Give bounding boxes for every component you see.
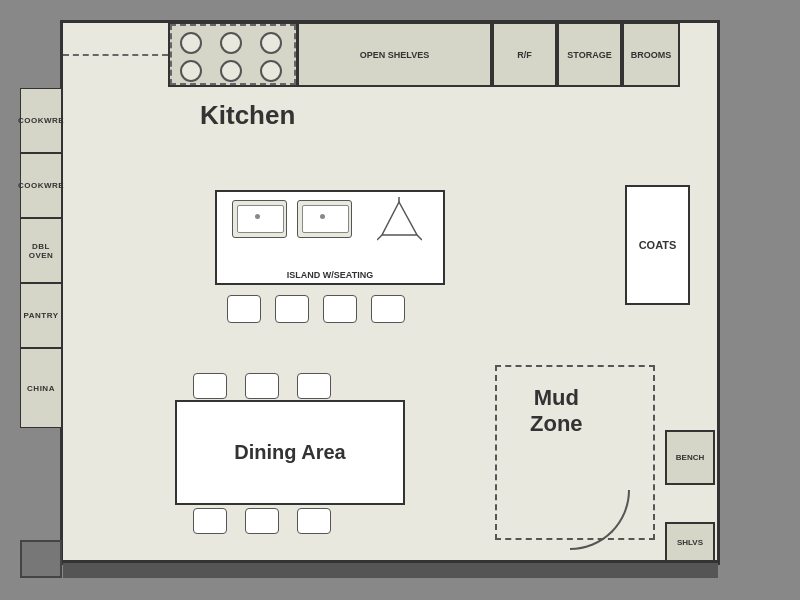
rf-cabinet: R/F	[492, 22, 557, 87]
shelves: SHLVS	[665, 522, 715, 562]
dining-chair-top-1	[193, 373, 227, 399]
dining-chair-top-2	[245, 373, 279, 399]
dining-label: Dining Area	[234, 441, 346, 464]
stool-1	[227, 295, 261, 323]
dining-chair-bot-3	[297, 508, 331, 534]
burner-6	[260, 60, 282, 82]
kitchen-island: ISLAND W/SEATING	[215, 190, 445, 285]
bottom-wall	[63, 560, 718, 578]
burner-2	[220, 32, 242, 54]
svg-marker-0	[382, 202, 417, 235]
cabinet-china: CHINA	[20, 348, 62, 428]
stool-4	[371, 295, 405, 323]
cabinet-dbl-oven: DBL OVEN	[20, 218, 62, 283]
island-label: ISLAND W/SEATING	[217, 270, 443, 280]
dining-chair-bot-2	[245, 508, 279, 534]
stool-2	[275, 295, 309, 323]
cooktop	[168, 22, 298, 87]
cabinet-cookwre2: COOKWRE	[20, 153, 62, 218]
open-shelves: OPEN SHELVES	[297, 22, 492, 87]
sink-left	[232, 200, 287, 238]
burner-5	[220, 60, 242, 82]
burner-1	[180, 32, 202, 54]
cabinet-pantry: PANTRY	[20, 283, 62, 348]
storage-cabinet: STORAGE	[557, 22, 622, 87]
svg-line-2	[377, 235, 382, 240]
dining-chair-bot-1	[193, 508, 227, 534]
cooktop-dashed-left	[63, 54, 168, 56]
mud-zone-label: Mud Zone	[530, 385, 583, 438]
bottom-left-wall	[20, 540, 62, 578]
cabinet-cookwre1: COOKWRE	[20, 88, 62, 153]
burner-3	[260, 32, 282, 54]
dining-table: Dining Area	[175, 400, 405, 505]
faucet-fixture	[377, 197, 422, 242]
coats-closet: COATS	[625, 185, 690, 305]
floor-plan: COOKWRE COOKWRE DBL OVEN PANTRY CHINA OP…	[0, 0, 800, 600]
burner-4	[180, 60, 202, 82]
kitchen-label: Kitchen	[200, 100, 295, 131]
stool-3	[323, 295, 357, 323]
svg-line-3	[417, 235, 422, 240]
brooms-cabinet: BROOMS	[622, 22, 680, 87]
dining-chair-top-3	[297, 373, 331, 399]
sink-right	[297, 200, 352, 238]
bench: BENCH	[665, 430, 715, 485]
